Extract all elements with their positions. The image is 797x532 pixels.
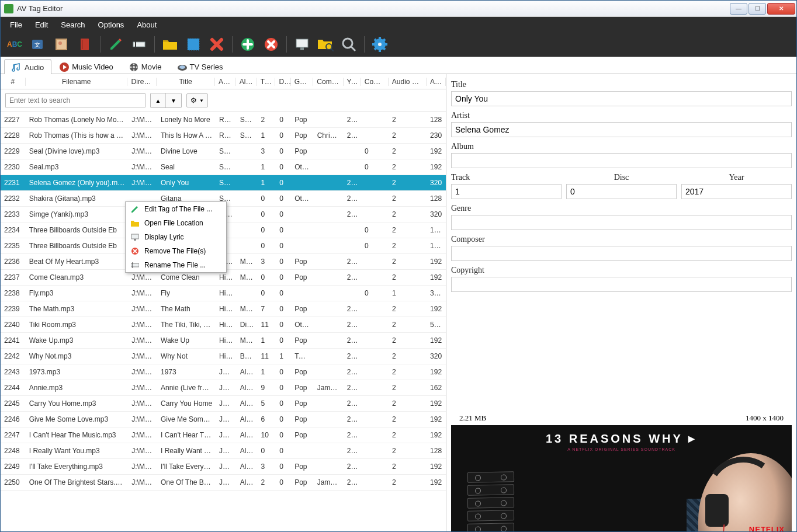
grid-body[interactable]: 2227Rob Thomas (Lonely No More).mp3J:\Mp…: [1, 112, 446, 532]
table-row[interactable]: 2239The Math.mp3J:\Mp3 M...The MathHilar…: [1, 301, 446, 317]
sort-asc-button[interactable]: ▲: [151, 93, 166, 107]
delete-icon[interactable]: [209, 36, 225, 53]
col-aud[interactable]: Aud: [427, 78, 446, 86]
tab-audio[interactable]: Audio: [4, 59, 51, 74]
cell: 11: [258, 321, 276, 329]
cell: 2: [389, 242, 427, 250]
rename-icon[interactable]: [131, 36, 147, 53]
cell: 2: [389, 131, 427, 140]
col-genre[interactable]: Genre: [291, 78, 314, 86]
search-input[interactable]: [5, 93, 145, 107]
cell: Meta...: [237, 305, 258, 313]
col-audio-channel[interactable]: Audio Channel: [389, 78, 427, 86]
sort-desc-button[interactable]: ▼: [166, 93, 181, 107]
table-row[interactable]: 2241Wake Up.mp3J:\Mp3 M...Wake UpHilar..…: [1, 333, 446, 349]
title-field[interactable]: [451, 91, 792, 106]
menu-file[interactable]: File: [4, 18, 28, 32]
cell: 0: [258, 273, 276, 281]
svg-rect-14: [296, 39, 308, 47]
table-row[interactable]: 2227Rob Thomas (Lonely No More).mp3J:\Mp…: [1, 112, 446, 128]
col-composer[interactable]: Composer: [313, 78, 343, 86]
cell: Most...: [237, 336, 258, 345]
cell: I Can't Hear The Music: [157, 431, 216, 439]
table-row[interactable]: 2248I Really Want You.mp3J:\Mp3 M...I Re…: [1, 443, 446, 459]
svg-marker-38: [131, 206, 138, 213]
pencil-icon[interactable]: [108, 36, 124, 53]
select-all-icon[interactable]: [185, 36, 202, 53]
table-row[interactable]: 2229Seal (Divine love).mp3J:\Mp3 M...Div…: [1, 144, 446, 159]
table-row[interactable]: 2250One Of The Brightest Stars.mp3J:\Mp3…: [1, 475, 446, 491]
abc-icon[interactable]: ABC: [6, 36, 23, 53]
cell: Pop: [291, 336, 314, 345]
cell: 192: [427, 478, 446, 486]
table-row[interactable]: 2240Tiki Room.mp3J:\Mp3 M...The Tiki, Ti…: [1, 317, 446, 333]
column-settings-button[interactable]: ⚙▼: [186, 93, 208, 107]
album-field[interactable]: [451, 153, 792, 168]
cm-remove-file[interactable]: Remove The File(s): [126, 244, 226, 258]
add-icon[interactable]: [240, 36, 256, 53]
cell: 2: [389, 415, 427, 423]
col-year[interactable]: Year: [344, 78, 361, 86]
genre-field[interactable]: [451, 215, 792, 230]
grid-header[interactable]: # Filename Directory Title Artist Album …: [1, 74, 446, 89]
cell: 1: [276, 352, 291, 360]
col-track[interactable]: Track: [257, 78, 276, 86]
table-row[interactable]: 2230Seal.mp3J:\Mp3 M...SealSeal10Other02…: [1, 159, 446, 175]
translate-icon[interactable]: 文: [30, 36, 46, 53]
table-row[interactable]: 2247I Can't Hear The Music.mp3J:\Mp3 M..…: [1, 427, 446, 443]
menu-about[interactable]: About: [131, 18, 162, 32]
cell: 162: [427, 384, 446, 392]
cm-open-location[interactable]: Open File Location: [126, 216, 226, 230]
table-row[interactable]: 2246Give Me Some Love.mp3J:\Mp3 M...Give…: [1, 412, 446, 427]
year-field[interactable]: [681, 184, 792, 199]
close-button[interactable]: ✕: [767, 3, 795, 15]
cancel-icon[interactable]: [263, 36, 279, 53]
table-row[interactable]: 22431973.mp3J:\Mp3 M...1973Jam...All Th.…: [1, 364, 446, 380]
cm-rename-file[interactable]: Rename The File ...: [126, 258, 226, 272]
picture-icon[interactable]: [53, 36, 70, 53]
minimize-button[interactable]: —: [730, 3, 747, 15]
cell: 0: [276, 194, 291, 203]
col-album[interactable]: Album: [236, 78, 257, 86]
cm-edit-tag[interactable]: Edit Tag of The File ...: [126, 202, 226, 216]
tab-movie[interactable]: Movie: [121, 58, 169, 74]
col-filename[interactable]: Filename: [26, 78, 128, 86]
col-artist[interactable]: Artist: [215, 78, 236, 86]
rename-icon: [130, 260, 140, 270]
table-row[interactable]: 2249I'll Take Everything.mp3J:\Mp3 M...I…: [1, 459, 446, 475]
table-row[interactable]: 2242Why Not.mp3J:\Mp3 M...Why NotHilar..…: [1, 349, 446, 364]
table-row[interactable]: 2228Rob Thomas (This is how a heart brea…: [1, 128, 446, 144]
folder-icon[interactable]: [162, 36, 178, 53]
search-folder-icon[interactable]: [317, 36, 334, 53]
col-title[interactable]: Title: [157, 78, 215, 86]
maximize-button[interactable]: ☐: [749, 3, 766, 15]
tab-tv-series[interactable]: TV Series: [169, 58, 231, 74]
table-row[interactable]: 2231Selena Gomez (Only you).mp3J:\Mp3 M.…: [1, 175, 446, 191]
cell: 10: [258, 431, 276, 439]
magnify-icon[interactable]: [341, 36, 357, 53]
album-art[interactable]: 13 REASONS WHY ▶ A NETFLIX ORIGINAL SERI…: [451, 425, 792, 532]
table-row[interactable]: 2245Carry You Home.mp3J:\Mp3 M...Carry Y…: [1, 396, 446, 412]
book-icon[interactable]: [77, 36, 93, 53]
table-row[interactable]: 2238Fly.mp3J:\Mp3 M...FlyHilar...000132 …: [1, 286, 446, 301]
copyright-field[interactable]: [451, 277, 792, 292]
menu-options[interactable]: Options: [92, 18, 130, 32]
composer-field[interactable]: [451, 246, 792, 261]
menu-search[interactable]: Search: [55, 18, 91, 32]
disc-field[interactable]: [566, 184, 677, 199]
col-directory[interactable]: Directory: [127, 78, 157, 86]
col-copyright[interactable]: Copyright: [361, 78, 389, 86]
artist-field[interactable]: [451, 122, 792, 137]
tab-label: TV Series: [190, 62, 223, 71]
cell: Jam...: [216, 368, 237, 376]
cell: 230: [427, 131, 446, 140]
col-number[interactable]: #: [1, 78, 26, 86]
cm-display-lyric[interactable]: Display Lyric: [126, 230, 226, 244]
gear-icon[interactable]: [372, 36, 388, 53]
menu-edit[interactable]: Edit: [29, 18, 54, 32]
track-field[interactable]: [451, 184, 562, 199]
col-disc[interactable]: Disc: [275, 78, 290, 86]
screen-icon[interactable]: [294, 36, 310, 53]
tab-music-video[interactable]: Music Video: [51, 58, 121, 74]
table-row[interactable]: 2244Annie.mp3J:\Mp3 M...Annie (Live from…: [1, 380, 446, 396]
